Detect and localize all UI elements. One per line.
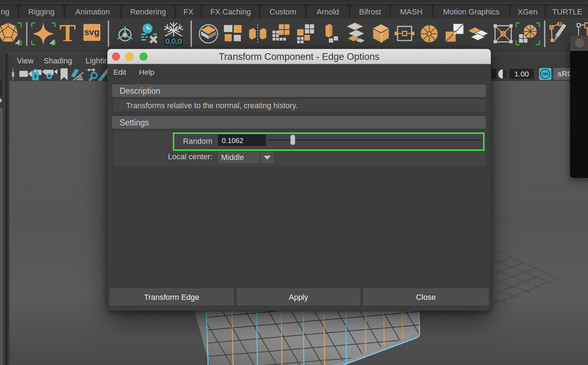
svg-text:0,0,0: 0,0,0	[165, 37, 182, 45]
